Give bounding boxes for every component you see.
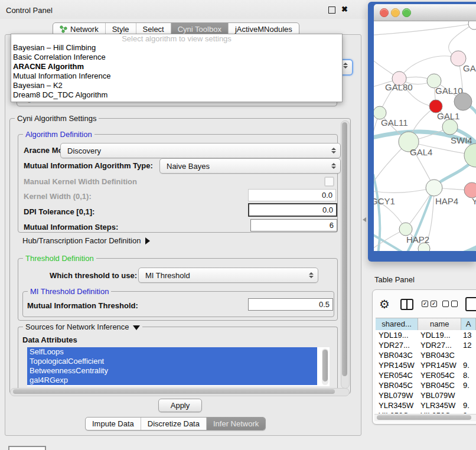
column-header[interactable]: name xyxy=(418,318,461,330)
tab-impute-data[interactable]: Impute Data xyxy=(86,418,141,430)
network-edge[interactable] xyxy=(374,188,434,193)
close-traffic-light-icon[interactable] xyxy=(380,8,389,17)
hub-section-toggle[interactable]: Hub/Transcription Factor Definition xyxy=(22,236,150,245)
expand-right-icon[interactable] xyxy=(145,237,150,244)
mi-threshold-field[interactable]: 0.5 xyxy=(248,298,333,311)
network-canvas[interactable]: GAL7GAL80GAL10GAL11GAL1SWI4GAL4GCY1HAP4Y… xyxy=(374,21,476,251)
table-cell: YBL079W xyxy=(376,390,418,400)
sources-legend[interactable]: Sources for Network Inference xyxy=(23,322,142,331)
attribute-item[interactable]: gal4RGexp xyxy=(27,376,317,385)
sources-legend-text: Sources for Network Inference xyxy=(25,322,129,331)
tab-infer-network[interactable]: Infer Network xyxy=(206,418,265,430)
threshold-definition-legend: Threshold Definition xyxy=(23,254,96,263)
float-window-icon[interactable] xyxy=(328,6,335,14)
select-all-columns-icon[interactable]: ✓✓ xyxy=(422,301,437,307)
network-node[interactable] xyxy=(468,21,476,30)
algorithm-definition-legend: Algorithm Definition xyxy=(23,130,94,139)
network-window-titlebar[interactable] xyxy=(374,4,476,21)
mi-type-value: Naive Bayes xyxy=(167,162,210,171)
aracne-mode-value: Discovery xyxy=(67,146,101,155)
cyni-settings-legend: Cyni Algorithm Settings xyxy=(15,114,99,123)
table-cell: 8. xyxy=(460,370,476,380)
table-cell: 9 xyxy=(460,410,476,413)
aracne-mode-combo[interactable]: Discovery xyxy=(60,143,341,158)
dropdown-item[interactable]: Dream8 DC_TDC Algorithm xyxy=(11,90,342,100)
tab-discretize-data[interactable]: Discretize Data xyxy=(141,418,206,430)
table-row[interactable]: YDL19...YDL19...13 xyxy=(376,330,476,340)
mi-type-combo[interactable]: Naive Bayes xyxy=(159,158,341,174)
table-cell: YBL079W xyxy=(418,390,460,400)
tab-label: Network xyxy=(70,25,99,34)
apply-button[interactable]: Apply xyxy=(158,399,202,412)
node-label-gcy1: GCY1 xyxy=(374,196,395,206)
bottom-tabs: Impute DataDiscretize DataInfer Network xyxy=(85,417,266,431)
spinner-arrows-icon xyxy=(343,63,348,69)
splitter-collapse-icon[interactable] xyxy=(363,217,366,222)
dpi-tolerance-field[interactable]: 0.0 xyxy=(248,203,337,217)
panel-title: Control Panel xyxy=(6,6,53,15)
zoom-traffic-light-icon[interactable] xyxy=(402,8,411,17)
manual-kernel-checkbox[interactable] xyxy=(324,177,334,187)
close-panel-icon[interactable]: ✖ xyxy=(341,5,348,14)
table-body[interactable]: YDL19...YDL19...13YDR27...YDR27...12YBR0… xyxy=(376,330,476,413)
dropdown-item[interactable]: Bayesian – Hill Climbing xyxy=(11,43,342,53)
combo-arrows-icon xyxy=(331,148,336,154)
network-node-gal1[interactable] xyxy=(442,119,458,135)
table-horizontal-scrollbar[interactable] xyxy=(374,414,476,421)
data-attributes-list[interactable]: SelfLoopsTopologicalCoefficientBetweenne… xyxy=(27,347,330,386)
attributes-list-scrollbar[interactable] xyxy=(322,348,328,385)
attributes-list-scrollbar-thumb[interactable] xyxy=(322,350,328,381)
table-cell: YER054C xyxy=(418,370,460,380)
dpi-tolerance-label: DPI Tolerance [0,1]: xyxy=(24,207,94,216)
settings-vertical-scrollbar[interactable] xyxy=(341,120,350,389)
network-node-swi4[interactable] xyxy=(464,144,476,167)
split-table-icon[interactable] xyxy=(400,299,413,310)
which-threshold-combo[interactable]: MI Threshold xyxy=(138,268,318,283)
network-edge[interactable] xyxy=(374,113,380,171)
combo-arrows-icon xyxy=(308,272,314,278)
settings-horizontal-scrollbar[interactable] xyxy=(10,388,350,396)
minimize-traffic-light-icon[interactable] xyxy=(391,8,400,17)
node-label-hap4: HAP4 xyxy=(435,196,458,206)
network-node[interactable] xyxy=(454,93,472,110)
network-node-hap2[interactable] xyxy=(399,223,412,236)
table-row[interactable]: YBR045CYBR045C9. xyxy=(376,380,476,390)
attribute-item[interactable]: TopologicalCoefficient xyxy=(27,357,317,366)
table-row[interactable]: YLR345WYLR345W9. xyxy=(376,400,476,410)
network-node-hap4[interactable] xyxy=(426,180,442,196)
table-panel-title: Table Panel xyxy=(374,275,415,284)
kernel-width-field[interactable]: 0.0 xyxy=(248,189,336,201)
mi-steps-value: 6 xyxy=(330,221,334,230)
column-header[interactable]: shared... xyxy=(376,318,418,330)
table-row[interactable]: YBL079WYBL079W xyxy=(376,390,476,400)
node-label-gal80: GAL80 xyxy=(385,82,413,92)
deselect-all-columns-icon[interactable] xyxy=(442,301,458,307)
hub-section-label: Hub/Transcription Factor Definition xyxy=(22,236,141,245)
mi-steps-field[interactable]: 6 xyxy=(250,219,337,231)
table-row[interactable]: YIL052CYIL052C9 xyxy=(376,410,476,413)
table-cell xyxy=(460,350,476,360)
export-table-icon[interactable] xyxy=(465,297,476,311)
dropdown-item[interactable]: Bayesian – K2 xyxy=(11,81,342,90)
table-cell: YDL19... xyxy=(376,330,418,340)
gear-icon[interactable]: ⚙ xyxy=(379,297,390,311)
settings-vertical-scrollbar-thumb[interactable] xyxy=(342,122,347,376)
table-horizontal-scrollbar-thumb[interactable] xyxy=(377,415,471,420)
table-row[interactable]: YDR27...YDR27...12 xyxy=(376,340,476,350)
table-cell: YBR045C xyxy=(418,380,460,390)
table-row[interactable]: YPR145WYPR145W9. xyxy=(376,360,476,370)
dropdown-item[interactable]: ARACNE Algorithm xyxy=(11,62,342,71)
table-cell: 13 xyxy=(460,330,476,340)
attribute-item[interactable]: BetweennessCentrality xyxy=(27,366,317,376)
dropdown-item[interactable]: Mutual Information Inference xyxy=(11,71,342,81)
node-label-gal11: GAL11 xyxy=(381,118,408,128)
collapse-down-icon[interactable] xyxy=(133,325,140,330)
dropdown-item[interactable]: Basic Correlation Inference xyxy=(11,53,342,62)
network-graph[interactable]: GAL7GAL80GAL10GAL11GAL1SWI4GAL4GCY1HAP4Y… xyxy=(374,21,476,251)
column-header[interactable]: A xyxy=(461,318,476,330)
settings-horizontal-scrollbar-thumb[interactable] xyxy=(13,389,335,394)
table-row[interactable]: YBR043CYBR043C xyxy=(376,350,476,360)
attribute-item[interactable]: SelfLoops xyxy=(27,347,317,357)
table-row[interactable]: YER054CYER054C8. xyxy=(376,370,476,380)
network-edge[interactable] xyxy=(399,56,458,79)
